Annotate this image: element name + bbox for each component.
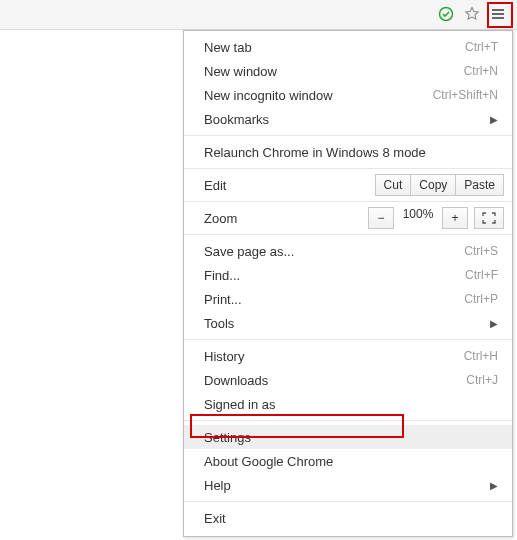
zoom-controls: − 100% + <box>368 207 504 229</box>
menu-item-label: History <box>204 349 464 364</box>
menu-separator <box>184 420 512 421</box>
menu-item-shortcut: Ctrl+Shift+N <box>433 88 498 102</box>
menu-separator <box>184 168 512 169</box>
menu-item-zoom: Zoom − 100% + <box>184 206 512 230</box>
submenu-arrow-icon: ▶ <box>486 318 498 329</box>
menu-separator <box>184 201 512 202</box>
menu-item-exit[interactable]: Exit <box>184 506 512 530</box>
menu-item-signed-in[interactable]: Signed in as <box>184 392 512 416</box>
menu-item-downloads[interactable]: Downloads Ctrl+J <box>184 368 512 392</box>
menu-item-about[interactable]: About Google Chrome <box>184 449 512 473</box>
menu-item-shortcut: Ctrl+H <box>464 349 498 363</box>
menu-item-shortcut: Ctrl+S <box>464 244 498 258</box>
menu-item-label: Find... <box>204 268 465 283</box>
star-icon[interactable] <box>461 3 483 25</box>
menu-separator <box>184 234 512 235</box>
menu-item-shortcut: Ctrl+J <box>466 373 498 387</box>
browser-toolbar <box>0 0 517 30</box>
menu-item-find[interactable]: Find... Ctrl+F <box>184 263 512 287</box>
zoom-in-button[interactable]: + <box>442 207 468 229</box>
edit-button-group: Cut Copy Paste <box>375 174 504 196</box>
highlight-menu-button <box>487 2 513 28</box>
menu-item-settings[interactable]: Settings <box>184 425 512 449</box>
menu-separator <box>184 135 512 136</box>
menu-separator <box>184 501 512 502</box>
menu-item-help[interactable]: Help ▶ <box>184 473 512 497</box>
menu-item-label: Help <box>204 478 486 493</box>
menu-item-label: Bookmarks <box>204 112 486 127</box>
check-circle-icon[interactable] <box>435 3 457 25</box>
menu-item-new-window[interactable]: New window Ctrl+N <box>184 59 512 83</box>
menu-item-label: Settings <box>204 430 498 445</box>
menu-item-history[interactable]: History Ctrl+H <box>184 344 512 368</box>
menu-item-shortcut: Ctrl+T <box>465 40 498 54</box>
menu-item-shortcut: Ctrl+N <box>464 64 498 78</box>
menu-item-label: New incognito window <box>204 88 433 103</box>
submenu-arrow-icon: ▶ <box>486 114 498 125</box>
menu-item-label: Tools <box>204 316 486 331</box>
menu-item-relaunch-win8[interactable]: Relaunch Chrome in Windows 8 mode <box>184 140 512 164</box>
copy-button[interactable]: Copy <box>410 174 456 196</box>
menu-item-print[interactable]: Print... Ctrl+P <box>184 287 512 311</box>
menu-item-new-incognito[interactable]: New incognito window Ctrl+Shift+N <box>184 83 512 107</box>
menu-item-label: Edit <box>204 178 375 193</box>
menu-item-label: New tab <box>204 40 465 55</box>
chrome-menu: New tab Ctrl+T New window Ctrl+N New inc… <box>183 30 513 537</box>
menu-item-label: Relaunch Chrome in Windows 8 mode <box>204 145 498 160</box>
menu-item-label: Print... <box>204 292 464 307</box>
submenu-arrow-icon: ▶ <box>486 480 498 491</box>
menu-item-new-tab[interactable]: New tab Ctrl+T <box>184 35 512 59</box>
menu-item-label: Exit <box>204 511 498 526</box>
zoom-out-button[interactable]: − <box>368 207 394 229</box>
menu-item-edit: Edit Cut Copy Paste <box>184 173 512 197</box>
menu-item-shortcut: Ctrl+F <box>465 268 498 282</box>
menu-item-shortcut: Ctrl+P <box>464 292 498 306</box>
menu-item-label: Downloads <box>204 373 466 388</box>
menu-separator <box>184 339 512 340</box>
menu-item-tools[interactable]: Tools ▶ <box>184 311 512 335</box>
menu-item-label: About Google Chrome <box>204 454 498 469</box>
menu-item-label: Zoom <box>204 211 368 226</box>
paste-button[interactable]: Paste <box>455 174 504 196</box>
menu-item-label: Signed in as <box>204 397 498 412</box>
menu-item-save-page[interactable]: Save page as... Ctrl+S <box>184 239 512 263</box>
menu-item-bookmarks[interactable]: Bookmarks ▶ <box>184 107 512 131</box>
fullscreen-button[interactable] <box>474 207 504 229</box>
zoom-value: 100% <box>394 207 442 229</box>
menu-item-label: New window <box>204 64 464 79</box>
cut-button[interactable]: Cut <box>375 174 412 196</box>
menu-item-label: Save page as... <box>204 244 464 259</box>
